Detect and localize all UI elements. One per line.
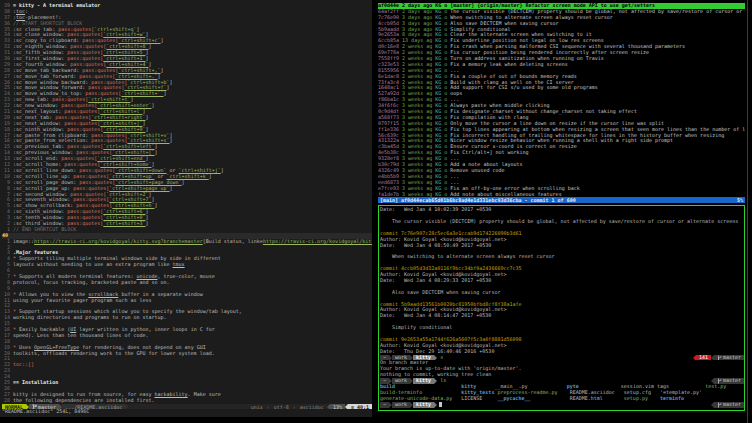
lines-icon: ≡ bbox=[351, 404, 354, 410]
prompt-git-branch: master bbox=[714, 355, 744, 361]
line-col: 40:1 bbox=[357, 404, 369, 410]
shell-output-line: The cursor visible (DECTCEM) property sh… bbox=[380, 219, 744, 225]
shell-prompt: ~workkittymaster bbox=[380, 402, 744, 408]
powerline-separator-icon bbox=[125, 404, 128, 410]
editor-window[interactable]: 39= kitty - A terminal emulator38:toc:37… bbox=[0, 0, 372, 417]
tig-window[interactable]: af0d44e 2 days ago KG o [master] {origin… bbox=[378, 3, 745, 197]
prompt-path-segment: work bbox=[392, 402, 410, 408]
file-format: unix bbox=[248, 404, 266, 410]
terminal-cursor bbox=[439, 402, 442, 407]
tig-scroll-percent: 5% bbox=[737, 197, 743, 203]
vim-commandline: "README.asciidoc" 254L, 8496C bbox=[2, 409, 372, 415]
editor-line: 1image::https://travis-ci.org/kovidgoyal… bbox=[2, 239, 372, 245]
editor-buffer: 39= kitty - A terminal emulator38:toc:37… bbox=[2, 3, 372, 404]
shell-window[interactable]: Date: Wed Jan 4 10:02:39 2017 +0530 The … bbox=[378, 205, 745, 411]
prompt-path-segment: ~ bbox=[380, 402, 389, 408]
tig-status-text: [main] af0d44ecab65d01b6bc8ad4e1d331ebc9… bbox=[380, 197, 576, 203]
file-type: asciidoc bbox=[297, 404, 327, 410]
kitty-terminal: 39= kitty - A terminal emulator38:toc:37… bbox=[0, 0, 752, 423]
prompt-git-branch: master bbox=[714, 402, 744, 408]
git-branch-icon bbox=[717, 402, 722, 408]
scroll-percent: 13% bbox=[330, 404, 345, 410]
statusline-right: unix ‹ utf-8 ‹ asciidoc 13% ≡ 40:1 bbox=[248, 404, 372, 410]
git-branch-icon bbox=[717, 355, 722, 361]
exit-code-badge: 141 bbox=[696, 355, 711, 361]
tig-statusbar: [main] af0d44ecab65d01b6bc8ad4e1d331ebc9… bbox=[378, 197, 745, 203]
shell-scrollback: Date: Wed Jan 4 10:02:39 2017 +0530 The … bbox=[380, 207, 744, 407]
cursor-position: ≡ 40:1 bbox=[348, 404, 372, 410]
prompt-path-segment: kitty bbox=[413, 402, 434, 408]
file-encoding: utf-8 bbox=[271, 404, 292, 410]
window-border bbox=[747, 0, 748, 423]
right-column: af0d44e 2 days ago KG o [master] {origin… bbox=[378, 3, 745, 423]
